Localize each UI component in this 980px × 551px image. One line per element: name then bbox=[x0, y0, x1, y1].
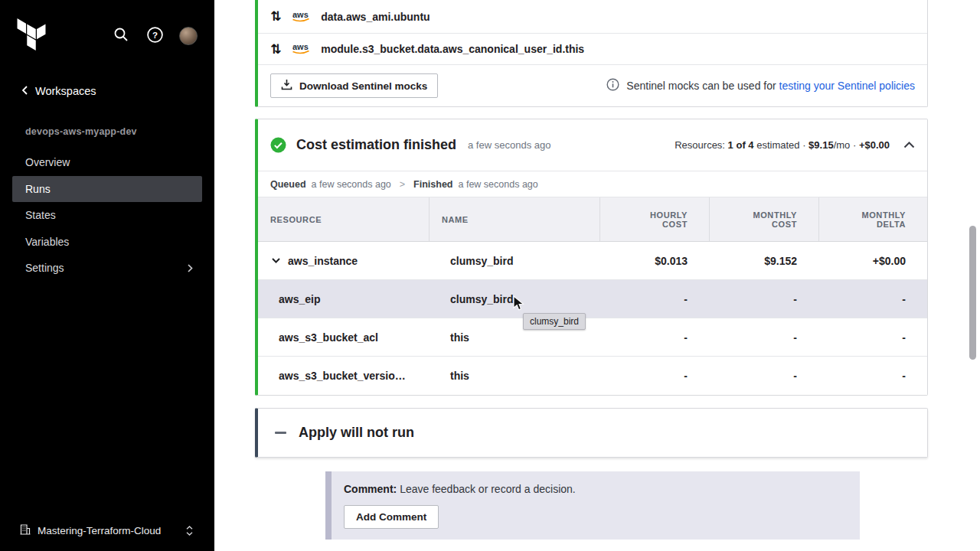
monthly-cost-value: $9.15 bbox=[808, 139, 834, 151]
cost-estimation-card: Cost estimation finished a few seconds a… bbox=[255, 119, 928, 396]
sentinel-info-text: Sentinel mocks can be used for testing y… bbox=[626, 80, 915, 92]
cost-summary: Resources: 1 of 4 estimated · $9.15/mo ·… bbox=[675, 139, 890, 151]
cell-hourly-cost: - bbox=[599, 357, 709, 395]
sidebar: ? Workspaces devops-aws-myapp-dev Overvi… bbox=[0, 0, 214, 551]
success-check-icon bbox=[270, 137, 286, 153]
cost-table: RESOURCE NAME HOURLY COST MONTHLY COST M… bbox=[258, 197, 927, 395]
sidebar-topbar: ? bbox=[0, 0, 214, 53]
comment-prompt: Comment: Leave feedback or record a deci… bbox=[344, 483, 848, 495]
sidebar-item-label: Settings bbox=[25, 262, 64, 274]
cell-monthly-delta: - bbox=[818, 357, 927, 395]
svg-text:aws: aws bbox=[292, 42, 309, 51]
cell-hourly-cost: - bbox=[599, 318, 709, 356]
add-comment-button[interactable]: Add Comment bbox=[344, 505, 439, 529]
resources-value: 1 of 4 bbox=[728, 139, 754, 151]
resources-label: Resources: bbox=[675, 139, 727, 151]
sentinel-policies-link[interactable]: testing your Sentinel policies bbox=[779, 80, 915, 92]
sidebar-item-label: Runs bbox=[25, 183, 51, 195]
table-row[interactable]: aws_eip clumsy_bird - - - bbox=[258, 280, 927, 318]
terraform-logo[interactable] bbox=[15, 18, 47, 53]
sort-arrows-icon: ⇅ bbox=[270, 43, 281, 56]
svg-text:aws: aws bbox=[292, 10, 309, 19]
download-sentinel-mocks-label: Download Sentinel mocks bbox=[299, 80, 427, 92]
resource-name: aws_eip bbox=[279, 293, 320, 305]
queued-label: Queued bbox=[270, 179, 306, 190]
organization-icon bbox=[20, 524, 31, 537]
column-header-monthly-cost: MONTHLY COST bbox=[709, 197, 818, 241]
cost-estimation-header: Cost estimation finished a few seconds a… bbox=[258, 119, 927, 171]
cell-monthly-delta: - bbox=[818, 280, 927, 318]
sidebar-item-label: Variables bbox=[25, 236, 69, 248]
table-row[interactable]: aws_s3_bucket_acl this - - - bbox=[258, 318, 927, 357]
finished-label: Finished bbox=[413, 179, 452, 190]
mock-row[interactable]: ⇅ aws data.aws_ami.ubuntu bbox=[258, 0, 927, 34]
chevron-down-icon[interactable] bbox=[272, 258, 280, 263]
cell-name: this bbox=[429, 357, 599, 395]
monthly-suffix: /mo · bbox=[834, 139, 859, 151]
comment-help-text: Leave feedback or record a decision. bbox=[400, 483, 576, 495]
sidebar-nav: Overview Runs States Variables Settings bbox=[12, 149, 202, 282]
workspace-name: devops-aws-myapp-dev bbox=[25, 126, 214, 137]
organization-name: Mastering-Terraform-Cloud bbox=[38, 525, 161, 536]
help-button[interactable]: ? bbox=[145, 27, 164, 45]
cell-monthly-delta: +$0.00 bbox=[818, 242, 927, 279]
aws-logo-icon: aws bbox=[291, 41, 311, 57]
cell-resource: aws_eip bbox=[258, 280, 429, 318]
download-sentinel-mocks-button[interactable]: Download Sentinel mocks bbox=[270, 73, 438, 98]
column-header-name: NAME bbox=[429, 197, 599, 241]
sidebar-item-label: States bbox=[25, 209, 56, 221]
cell-name: clumsy_bird bbox=[429, 242, 599, 279]
cell-hourly-cost: $0.013 bbox=[599, 242, 709, 279]
delta-value: +$0.00 bbox=[859, 139, 890, 151]
cost-table-header: RESOURCE NAME HOURLY COST MONTHLY COST M… bbox=[258, 197, 927, 242]
comment-label: Comment: bbox=[344, 483, 397, 495]
sidebar-item-states[interactable]: States bbox=[12, 202, 202, 229]
scrollbar[interactable] bbox=[969, 226, 976, 360]
main-content: ⇅ aws data.aws_ami.ubuntu ⇅ aws module.s… bbox=[214, 0, 980, 551]
svg-text:?: ? bbox=[152, 30, 157, 39]
unfold-icon bbox=[186, 526, 193, 536]
cost-estimation-title: Cost estimation finished bbox=[296, 137, 456, 153]
cell-monthly-delta: - bbox=[818, 318, 927, 356]
tooltip: clumsy_bird bbox=[523, 313, 586, 330]
back-to-workspaces-label: Workspaces bbox=[35, 85, 96, 97]
cell-resource: aws_s3_bucket_versio… bbox=[258, 357, 429, 395]
sort-arrows-icon: ⇅ bbox=[270, 10, 281, 23]
cost-estimation-time: a few seconds ago bbox=[468, 139, 550, 151]
sidebar-item-variables[interactable]: Variables bbox=[12, 229, 202, 256]
column-header-resource: RESOURCE bbox=[258, 197, 429, 241]
minus-icon bbox=[275, 432, 286, 434]
resource-name: aws_s3_bucket_versio… bbox=[279, 370, 406, 382]
resource-name: aws_s3_bucket_acl bbox=[279, 331, 378, 344]
sidebar-item-overview[interactable]: Overview bbox=[12, 149, 202, 176]
chevron-up-icon bbox=[903, 139, 915, 151]
sentinel-info-prefix: Sentinel mocks can be used for bbox=[626, 80, 779, 92]
table-row[interactable]: aws_instance clumsy_bird $0.013 $9.152 +… bbox=[258, 242, 927, 280]
search-icon bbox=[113, 27, 129, 44]
run-timeline: Queued a few seconds ago > Finished a fe… bbox=[258, 171, 927, 197]
table-row[interactable]: aws_s3_bucket_versio… this - - - bbox=[258, 357, 927, 395]
add-comment-label: Add Comment bbox=[356, 511, 426, 523]
estimated-text: estimated · bbox=[754, 139, 809, 151]
collapse-section-button[interactable] bbox=[903, 139, 915, 151]
chevron-left-icon bbox=[21, 85, 28, 97]
cell-resource: aws_s3_bucket_acl bbox=[258, 318, 429, 356]
cell-name: clumsy_bird bbox=[429, 280, 599, 318]
help-icon: ? bbox=[147, 27, 163, 45]
sidebar-item-settings[interactable]: Settings bbox=[12, 255, 202, 282]
mock-resource-name: module.s3_bucket.data.aws_canonical_user… bbox=[321, 43, 584, 55]
finished-time: a few seconds ago bbox=[459, 179, 538, 190]
cell-hourly-cost: - bbox=[599, 280, 709, 318]
apply-status-card: Apply will not run bbox=[255, 408, 928, 458]
cell-monthly-cost: - bbox=[709, 357, 818, 395]
mock-row[interactable]: ⇅ aws module.s3_bucket.data.aws_canonica… bbox=[258, 34, 927, 65]
user-avatar[interactable] bbox=[179, 27, 198, 45]
organization-switcher[interactable]: Mastering-Terraform-Cloud bbox=[0, 524, 214, 537]
download-icon bbox=[281, 79, 292, 93]
sentinel-footer: Download Sentinel mocks Sentinel mocks c… bbox=[258, 65, 927, 106]
resource-name: aws_instance bbox=[288, 255, 358, 267]
back-to-workspaces[interactable]: Workspaces bbox=[21, 85, 96, 97]
sidebar-item-runs[interactable]: Runs bbox=[12, 176, 202, 203]
search-button[interactable] bbox=[112, 27, 130, 45]
info-icon bbox=[606, 78, 619, 93]
